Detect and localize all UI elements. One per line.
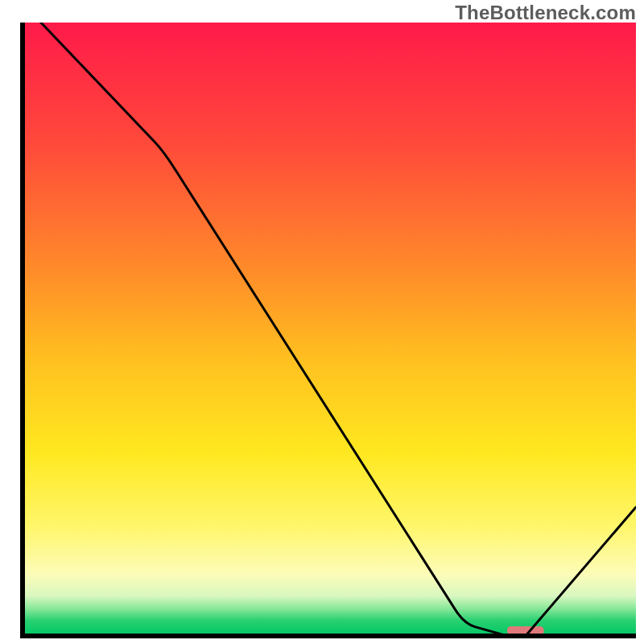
gradient-background bbox=[23, 23, 636, 636]
chart-stage: TheBottleneck.com bbox=[0, 0, 644, 644]
chart-svg bbox=[0, 0, 644, 644]
